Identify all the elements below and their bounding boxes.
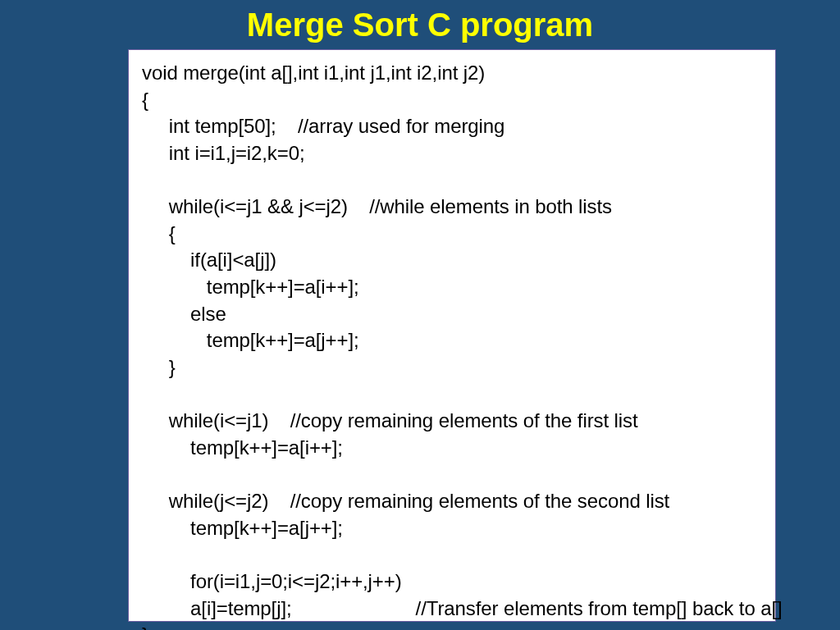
code-container: void merge(int a[],int i1,int j1,int i2,… bbox=[128, 49, 776, 622]
code-content: void merge(int a[],int i1,int j1,int i2,… bbox=[142, 60, 762, 630]
slide-title: Merge Sort C program bbox=[0, 0, 840, 48]
slide: Merge Sort C program void merge(int a[],… bbox=[0, 0, 840, 630]
